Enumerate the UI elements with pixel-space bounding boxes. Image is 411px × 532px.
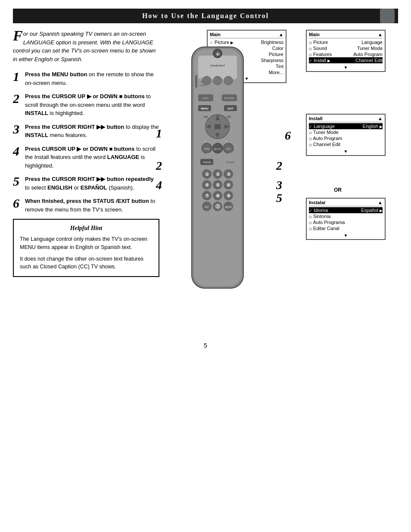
screen1-title: Main: [210, 32, 221, 37]
page-number: 5: [0, 331, 411, 355]
svg-text:⏭: ⏭: [227, 114, 231, 119]
svg-text:①: ①: [205, 172, 209, 177]
or-label: OR: [334, 187, 342, 193]
step-4-number: 4: [13, 145, 22, 158]
step-2-number: 2: [13, 92, 22, 105]
svg-text:③: ③: [227, 172, 230, 177]
svg-text:⑤: ⑤: [216, 183, 220, 187]
left-column: F or our Spanish speaking TV owners an o…: [13, 30, 159, 277]
svg-text:AUTO: AUTO: [202, 97, 209, 100]
step-overlay-2-top: 2: [156, 159, 162, 173]
svg-text:+: +: [225, 139, 227, 143]
step-1-number: 1: [13, 70, 22, 83]
step-3: 3 Press the CURSOR RIGHT ▶▶ button to di…: [13, 123, 159, 140]
page-wrapper: How to Use the Language Control 🎵 F or o…: [0, 9, 411, 355]
step-4: 4 Press CURSOR UP ▶ or DOWN ■ buttons to…: [13, 145, 159, 170]
step-6-text: When finished, press the STATUS /EXIT bu…: [25, 197, 159, 214]
svg-point-12: [224, 76, 233, 85]
svg-text:EXIT: EXIT: [227, 107, 234, 110]
step-overlay-1: 1: [156, 127, 162, 140]
svg-point-10: [202, 76, 211, 85]
step-overlay-3-right: 3: [276, 178, 282, 192]
step-overlay-4-left: 4: [156, 178, 162, 192]
screen-4-spanish: Instalar ▲ ✓ Idioma Español ▶ ◇ Sintonía…: [306, 198, 386, 240]
svg-rect-6: [195, 75, 197, 88]
hint-paragraph-1: The Language control only makes the TV's…: [20, 235, 153, 252]
intro-text: or our Spanish speaking TV owners an on-…: [13, 31, 156, 62]
drop-cap: F: [13, 30, 23, 42]
svg-text:MUTE: MUTE: [214, 148, 221, 150]
step-5-text: Press the CURSOR RIGHT ▶▶ button repeate…: [25, 175, 159, 192]
svg-text:SLEEP: SLEEP: [226, 161, 234, 164]
svg-text:⑦: ⑦: [205, 193, 209, 198]
svg-text:②: ②: [216, 172, 220, 177]
right-area: Main ▲ ✓ Picture ▶ Brightness ◇ Sound Co…: [164, 30, 398, 331]
step-1-text: Press the MENU button on the remote to s…: [25, 70, 159, 87]
svg-text:⑨: ⑨: [227, 193, 230, 198]
svg-text:⏸: ⏸: [215, 114, 220, 119]
svg-text:ACH: ACH: [225, 205, 232, 208]
svg-text:⓪: ⓪: [215, 204, 221, 209]
step-2-text: Press the CURSOR UP ▶ or DOWN ■ buttons …: [25, 92, 159, 118]
svg-point-11: [213, 76, 222, 85]
svg-text:TV/VCR: TV/VCR: [203, 161, 211, 164]
screen2-title: Main: [309, 32, 320, 37]
step-5: 5 Press the CURSOR RIGHT ▶▶ button repea…: [13, 175, 159, 192]
step-3-text: Press the CURSOR RIGHT ▶▶ button to disp…: [25, 123, 159, 140]
svg-text:MENU: MENU: [201, 107, 209, 110]
intro-paragraph: F or our Spanish speaking TV owners an o…: [13, 30, 159, 63]
remote-svg: ⏻ QuadraSurf —TV —VCR —ACC AUTO: [164, 43, 271, 301]
header-icon: 🎵: [380, 9, 395, 23]
screen-3-language: Install ▲ ✓ Language English ▶ ◇ Tuner M…: [306, 114, 386, 156]
svg-text:⑧: ⑧: [216, 193, 220, 198]
hint-title: Helpful Hint: [20, 225, 153, 232]
hint-box: Helpful Hint The Language control only m…: [13, 219, 159, 277]
step-5-number: 5: [13, 175, 22, 188]
svg-text:⏮: ⏮: [204, 114, 208, 119]
svg-text:④: ④: [205, 183, 209, 187]
page-header: How to Use the Language Control 🎵: [13, 9, 398, 23]
svg-text:CH: CH: [226, 147, 230, 150]
step-3-number: 3: [13, 123, 22, 136]
step-6: 6 When finished, press the STATUS /EXIT …: [13, 197, 159, 214]
step-overlay-5-right: 5: [276, 191, 282, 205]
steps-list: 1 Press the MENU button on the remote to…: [13, 70, 159, 214]
step-2: 2 Press the CURSOR UP ▶ or DOWN ■ button…: [13, 92, 159, 118]
hint-paragraph-2: It does not change the other on-screen t…: [20, 255, 153, 271]
step-6-number: 6: [13, 197, 22, 210]
svg-text:+: +: [203, 139, 206, 143]
screen4-title: Instalar: [309, 200, 326, 205]
svg-text:QuadraSurf: QuadraSurf: [210, 64, 225, 67]
screen1-up: ▲: [279, 32, 283, 37]
step-overlay-6-right: 6: [285, 129, 291, 143]
step-overlay-2-right: 2: [276, 159, 282, 173]
svg-text:⑥: ⑥: [227, 183, 230, 187]
screen3-title: Install: [309, 116, 323, 121]
remote-control: ⏻ QuadraSurf —TV —VCR —ACC AUTO: [164, 43, 271, 301]
svg-rect-2: [198, 56, 237, 79]
svg-text:⏻: ⏻: [216, 52, 220, 56]
step-1: 1 Press the MENU button on the remote to…: [13, 70, 159, 87]
screen-2-install: Main ▲ ◇ Picture Language ◇ Sound Tuner …: [306, 30, 386, 72]
svg-text:CC: CC: [205, 205, 209, 208]
svg-rect-26: [215, 124, 221, 129]
svg-text:—: —: [207, 151, 211, 155]
svg-text:—: —: [229, 151, 233, 155]
svg-text:VOL: VOL: [204, 147, 210, 150]
svg-text:PICTURE: PICTURE: [224, 97, 234, 100]
step-4-text: Press CURSOR UP ▶ or DOWN ■ buttons to s…: [25, 145, 159, 170]
header-title: How to Use the Language Control: [142, 12, 269, 19]
